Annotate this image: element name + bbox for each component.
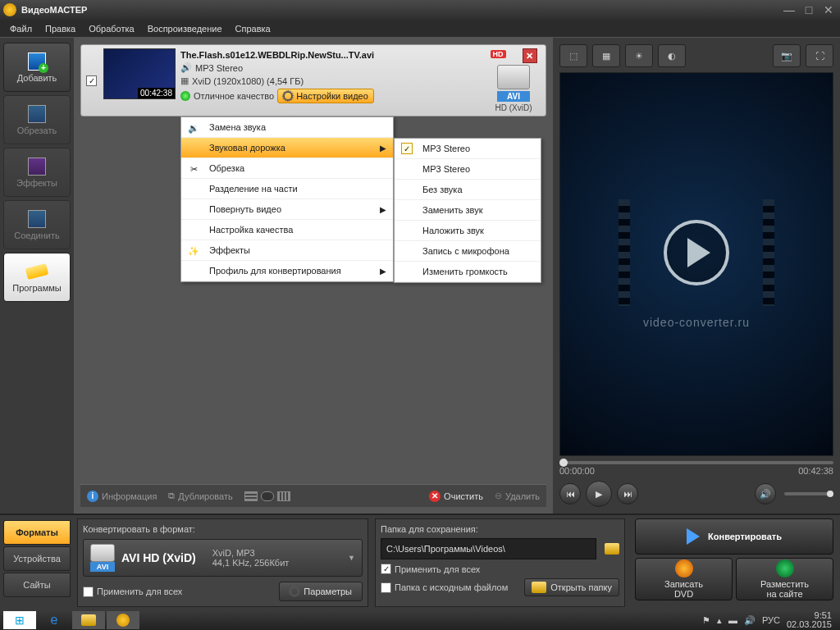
sidebar-cut[interactable]: Обрезать xyxy=(3,95,71,144)
arrow-right-icon: ▶ xyxy=(380,205,386,214)
smi-no-sound[interactable]: Без звука xyxy=(395,180,541,200)
volume-knob[interactable] xyxy=(827,491,833,497)
dvd-icon xyxy=(675,559,693,578)
taskbar-explorer[interactable] xyxy=(72,611,105,629)
file-row[interactable]: ✓ 00:42:38 The.Flash.s01e12.WEBDLRip.New… xyxy=(80,44,546,116)
key-icon xyxy=(25,262,48,281)
sidebar-effects[interactable]: Эффекты xyxy=(3,148,71,197)
convert-panel: Конвертировать в формат: AVI AVI HD (Xvi… xyxy=(77,518,368,607)
film-fx-icon xyxy=(25,157,48,176)
same-folder-checkbox[interactable]: Папка с исходным файлом xyxy=(381,582,508,593)
params-button[interactable]: Параметры xyxy=(279,582,363,601)
remove-file-button[interactable]: ✕ xyxy=(523,48,537,63)
video-settings-button[interactable]: Настройки видео xyxy=(277,89,374,103)
smi-volume[interactable]: Изменить громкость xyxy=(395,262,541,282)
frame-button[interactable]: ▦ xyxy=(592,44,620,67)
gear-icon xyxy=(290,587,299,596)
clear-button[interactable]: ✕Очистить xyxy=(429,491,483,502)
format-icon xyxy=(497,65,530,89)
tab-formats[interactable]: Форматы xyxy=(3,520,71,545)
format-sublabel: HD (XviD) xyxy=(495,103,532,112)
film-add-icon: + xyxy=(25,52,48,71)
tray-chevron-icon[interactable]: ▴ xyxy=(717,615,722,626)
mute-button[interactable]: 🔊 xyxy=(755,483,776,504)
tray-lang[interactable]: РУС xyxy=(762,615,780,625)
tray-network-icon[interactable]: ▬ xyxy=(728,615,737,625)
chevron-down-icon: ▼ xyxy=(348,554,355,562)
smi-overlay[interactable]: Наложить звук xyxy=(395,221,541,241)
mi-rotate[interactable]: Повернуть видео▶ xyxy=(181,199,393,220)
preview-panel: ⬚ ▦ ☀ ◐ 📷 ⛶ video-converter.ru 00:00:00 … xyxy=(553,38,840,514)
play-button[interactable]: ▶ xyxy=(586,481,612,507)
tray-clock[interactable]: 9:51 02.03.2015 xyxy=(787,611,832,629)
snapshot-button[interactable]: 📷 xyxy=(773,44,801,67)
preview-area[interactable]: video-converter.ru xyxy=(559,72,833,456)
mi-effects[interactable]: ✨Эффекты xyxy=(181,240,393,261)
seek-bar[interactable] xyxy=(559,461,833,464)
open-folder-button[interactable]: Открыть папку xyxy=(524,578,619,596)
menubar: Файл Правка Обработка Воспроизведение Сп… xyxy=(0,20,840,38)
sidebar-programs[interactable]: Программы xyxy=(3,253,71,302)
smi-mic[interactable]: Запись с микрофона xyxy=(395,241,541,262)
next-button[interactable]: ⏭ xyxy=(617,483,638,504)
format-detail-1: XviD, MP3 xyxy=(212,548,290,558)
menu-edit[interactable]: Правка xyxy=(39,21,82,36)
volume-slider[interactable] xyxy=(784,492,833,495)
mi-quality[interactable]: Настройка качества xyxy=(181,220,393,240)
menu-process[interactable]: Обработка xyxy=(82,21,140,36)
sidebar-add[interactable]: + Добавить xyxy=(3,43,71,92)
crop-button[interactable]: ⬚ xyxy=(559,44,587,67)
mi-replace-sound[interactable]: 🔉Замена звука xyxy=(181,117,393,138)
view-toggle[interactable] xyxy=(244,491,290,501)
view-list-icon[interactable] xyxy=(244,491,258,501)
path-field[interactable]: C:\Users\Программы\Videos\ xyxy=(381,538,596,559)
prev-button[interactable]: ⏮ xyxy=(559,483,581,504)
fx-icon: ✨ xyxy=(186,244,201,258)
arrow-right-icon: ▶ xyxy=(380,144,386,153)
format-selector[interactable]: AVI AVI HD (XviD) XviD, MP3 44,1 KHz, 25… xyxy=(83,539,363,577)
menu-file[interactable]: Файл xyxy=(3,21,39,36)
convert-arrow-icon xyxy=(687,528,700,545)
window-title: ВидеоМАСТЕР xyxy=(21,5,778,15)
menu-playback[interactable]: Воспроизведение xyxy=(141,21,229,36)
mi-split[interactable]: Разделение на части xyxy=(181,179,393,199)
file-checkbox[interactable]: ✓ xyxy=(86,75,97,86)
browse-folder-button[interactable] xyxy=(605,543,619,555)
arrow-right-icon: ▶ xyxy=(380,267,386,276)
burn-dvd-button[interactable]: ЗаписатьDVD xyxy=(635,558,733,600)
tray-volume-icon[interactable]: 🔊 xyxy=(744,615,756,626)
tray-action-center-icon[interactable]: ⚑ xyxy=(702,615,710,626)
seek-knob[interactable] xyxy=(559,459,568,467)
save-panel: Папка для сохранения: C:\Users\Программы… xyxy=(375,518,625,607)
apply-all-checkbox[interactable]: Применить для всех xyxy=(83,587,182,597)
start-button[interactable]: ⊞ xyxy=(3,611,36,629)
apply-all-2-checkbox[interactable]: ✓Применить для всех xyxy=(381,564,480,574)
menu-help[interactable]: Справка xyxy=(229,21,277,36)
taskbar-ie[interactable]: e xyxy=(38,611,71,629)
smi-mp3-1[interactable]: ✓MP3 Stereo xyxy=(395,139,541,159)
contrast-button[interactable]: ◐ xyxy=(658,44,686,67)
smi-mp3-2[interactable]: MP3 Stereo xyxy=(395,159,541,180)
delete-button[interactable]: ⊖Удалить xyxy=(495,491,540,501)
fullscreen-button[interactable]: ⛶ xyxy=(806,44,833,67)
tab-devices[interactable]: Устройства xyxy=(3,546,71,571)
taskbar-videomaster[interactable] xyxy=(107,611,139,629)
save-folder-label: Папка для сохранения: xyxy=(381,524,619,534)
publish-button[interactable]: Разместитьна сайте xyxy=(736,558,833,600)
brightness-button[interactable]: ☀ xyxy=(625,44,653,67)
view-compact-icon[interactable] xyxy=(261,491,274,501)
mi-audio-track[interactable]: Звуковая дорожка▶ xyxy=(181,138,393,158)
mi-profile[interactable]: Профиль для конвертирования▶ xyxy=(181,261,393,281)
info-button[interactable]: iИнформация xyxy=(87,491,157,502)
minimize-button[interactable]: — xyxy=(781,4,797,16)
video-thumbnail[interactable]: 00:42:38 xyxy=(103,48,176,99)
maximize-button[interactable]: □ xyxy=(801,4,817,16)
smi-replace[interactable]: Заменить звук xyxy=(395,200,541,221)
convert-button[interactable]: Конвертировать xyxy=(635,518,833,555)
sidebar-join[interactable]: Соединить xyxy=(3,200,71,249)
close-button[interactable]: ✕ xyxy=(820,4,837,16)
duplicate-button[interactable]: ⧉Дублировать xyxy=(168,491,232,501)
view-grid-icon[interactable] xyxy=(277,491,290,501)
tab-sites[interactable]: Сайты xyxy=(3,573,71,597)
mi-trim[interactable]: ✂Обрезка xyxy=(181,158,393,179)
